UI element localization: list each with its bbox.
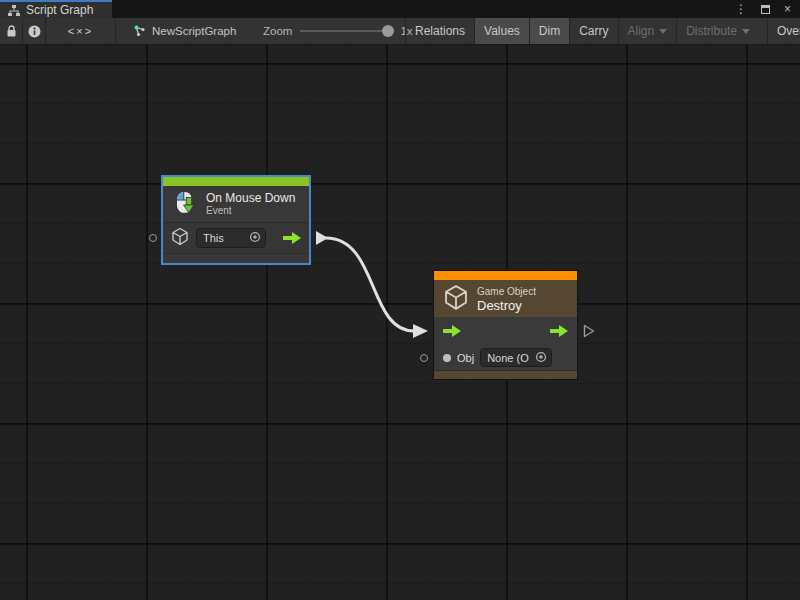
menu-icon[interactable]: ⋮ [735,0,747,18]
relations-button[interactable]: Relations [405,18,474,44]
tab-label: Script Graph [26,3,93,17]
node-header[interactable]: On Mouse Down Event [163,186,309,222]
object-input-row: Obj None (O [434,345,577,370]
event-accent-strip [163,177,309,186]
overview-button[interactable]: Overview [767,18,800,44]
distribute-dropdown[interactable]: Distribute [676,18,759,44]
object-field-value: None (O [487,352,529,364]
node-destroy[interactable]: Game Object Destroy [433,270,578,380]
connections-layer [0,45,800,600]
toolbar-buttons: Relations Values Dim Carry Align Distrib… [405,18,800,44]
zoom-control: Zoom 1x [263,18,413,44]
unity-script-graph-window: Script Graph ⋮ × <×> [0,0,800,600]
code-icon: <×> [68,25,93,37]
values-button[interactable]: Values [474,18,529,44]
dim-button[interactable]: Dim [529,18,569,44]
script-graph-tab-icon [8,5,20,16]
object-picker-icon[interactable] [249,231,261,245]
titlebar: Script Graph ⋮ × [0,0,800,18]
lock-button[interactable] [0,18,23,44]
object-picker-icon[interactable] [535,351,547,365]
code-preview-button[interactable]: <×> [46,18,116,44]
mouse-down-icon [172,190,198,219]
zoom-slider-knob[interactable] [382,25,394,37]
target-field-value: This [203,232,224,244]
zoom-label: Zoom [263,25,292,37]
game-object-cube-icon [443,284,469,314]
align-dropdown[interactable]: Align [618,18,677,44]
object-field[interactable]: None (O [480,348,552,367]
trigger-output-port[interactable] [550,325,568,337]
node-subtitle: Event [206,205,295,217]
graph-asset-reference[interactable]: NewScriptGraph [133,18,236,44]
node-header[interactable]: Game Object Destroy [434,280,577,317]
input-label: Obj [457,352,474,364]
close-icon[interactable]: × [784,0,791,18]
trigger-row [434,317,577,345]
connection-end-arrow [413,324,428,338]
connection-start-arrow [316,231,328,245]
zoom-slider-track [300,30,392,32]
node-title: On Mouse Down [206,191,295,205]
game-object-cube-icon [171,227,189,249]
node-on-mouse-down[interactable]: On Mouse Down Event This [161,175,311,265]
connection-wire[interactable] [326,238,414,331]
tab-script-graph[interactable]: Script Graph [0,0,112,18]
trigger-input-port[interactable] [443,325,461,337]
node-category: Game Object [477,285,536,298]
lock-icon [6,25,17,38]
target-value-port[interactable] [149,234,157,242]
maximize-icon[interactable] [761,5,770,14]
window-controls: ⋮ × [735,0,800,18]
trigger-out-indicator-icon [583,324,595,338]
node-title: Destroy [477,298,536,313]
event-port-row: This [163,222,309,253]
info-button[interactable] [23,18,46,44]
graph-canvas[interactable]: On Mouse Down Event This [0,45,800,600]
graph-asset-name: NewScriptGraph [152,25,236,37]
graph-asset-icon [133,24,146,39]
object-value-port[interactable] [420,354,428,362]
destroy-accent-strip [434,271,577,280]
object-inline-port [443,354,451,362]
dropdown-arrow-icon [742,29,750,34]
info-icon [28,25,41,38]
node-footer [163,253,309,263]
graph-toolbar: <×> NewScriptGraph Zoom 1x Re [0,18,800,45]
zoom-slider[interactable] [300,24,392,38]
node-footer [434,370,577,379]
dropdown-arrow-icon [659,29,667,34]
target-field[interactable]: This [196,228,266,248]
trigger-output-port[interactable] [283,232,301,244]
carry-button[interactable]: Carry [569,18,617,44]
